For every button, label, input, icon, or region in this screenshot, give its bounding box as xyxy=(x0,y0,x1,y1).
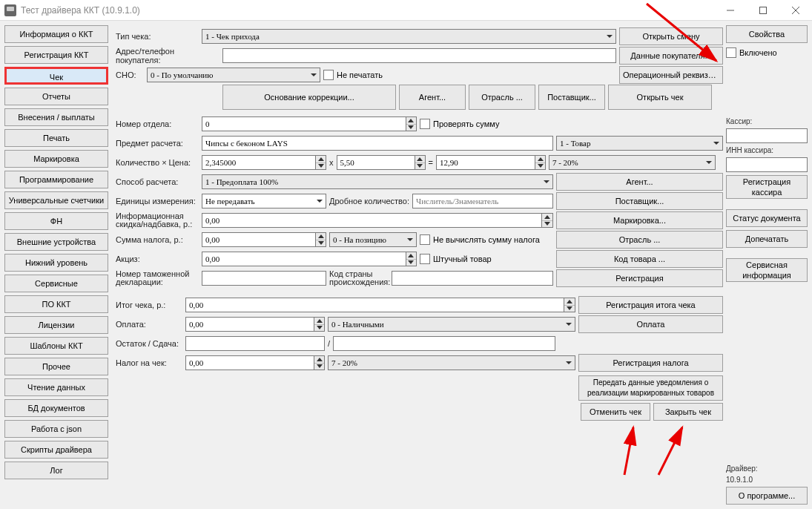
select-calc-method[interactable]: 1 - Предоплата 100% xyxy=(202,174,553,189)
input-price[interactable] xyxy=(337,155,426,170)
nav-фн[interactable]: ФН xyxy=(4,212,108,230)
corr-base-button[interactable]: Основание коррекции... xyxy=(222,85,396,110)
input-rem1[interactable] xyxy=(185,336,325,351)
check-sum-check[interactable]: Проверять сумму xyxy=(420,119,499,129)
select-tax-mode[interactable]: 0 - На позицию xyxy=(329,232,417,247)
dont-print-check[interactable]: Не печатать xyxy=(323,70,383,80)
input-dept[interactable] xyxy=(202,116,417,131)
right-panel: Свойства Включено Кассир: ИНН кассира: Р… xyxy=(726,25,808,505)
input-tax-sum[interactable] xyxy=(202,232,326,247)
svg-marker-4 xyxy=(408,119,414,122)
nav-шаблоны-ккт[interactable]: Шаблоны ККТ xyxy=(4,337,108,355)
nav-информация-о-ккт[interactable]: Информация о ККТ xyxy=(4,25,108,43)
nav-бд-документов[interactable]: БД документов xyxy=(4,399,108,417)
nav-работа-с-json[interactable]: Работа с json xyxy=(4,420,108,438)
nav-внешние-устройства[interactable]: Внешние устройства xyxy=(4,233,108,251)
enabled-check[interactable]: Включено xyxy=(726,47,808,58)
select-subject-type[interactable]: 1 - Товар xyxy=(556,136,723,151)
input-discount[interactable] xyxy=(202,213,553,228)
svg-marker-11 xyxy=(538,164,544,168)
titlebar: Тест драйвера ККТ (10.9.1.0) xyxy=(0,0,812,21)
nav-скрипты-драйвера[interactable]: Скрипты драйвера xyxy=(4,441,108,459)
nav-чек[interactable]: Чек xyxy=(4,67,108,85)
piece-check[interactable]: Штучный товар xyxy=(420,254,492,264)
nav-прочее[interactable]: Прочее xyxy=(4,358,108,375)
input-addr[interactable] xyxy=(222,48,616,63)
select-check-tax-rate[interactable]: 7 - 20% xyxy=(328,355,575,370)
open-shift-button[interactable]: Открыть смену xyxy=(619,27,723,45)
checkbox-icon xyxy=(420,119,430,129)
buyer-data-button[interactable]: Данные покупателя... xyxy=(619,47,723,65)
input-line-total[interactable] xyxy=(436,155,546,170)
open-check-button[interactable]: Открыть чек xyxy=(608,85,712,110)
input-check-tax[interactable] xyxy=(185,355,325,370)
inn-input[interactable] xyxy=(726,157,808,172)
input-rem2[interactable] xyxy=(333,336,555,351)
svg-marker-20 xyxy=(317,319,323,323)
reg-total-button[interactable]: Регистрация итога чека xyxy=(578,296,723,314)
reg-tax-button[interactable]: Регистрация налога xyxy=(578,354,723,372)
select-tax-rate[interactable]: 7 - 20% xyxy=(549,155,716,170)
left-nav: Информация о ККТРегистрация ККТЧекОтчеты… xyxy=(4,25,108,505)
select-pay-type[interactable]: 0 - Наличными xyxy=(328,317,575,332)
input-qty[interactable] xyxy=(202,155,326,170)
close-check-button[interactable]: Закрыть чек xyxy=(653,403,723,421)
cashier-input[interactable] xyxy=(726,128,808,143)
industry-button[interactable]: Отрасль ... xyxy=(469,85,535,110)
label-units: Единицы измерения: xyxy=(116,197,199,206)
nav-внесения-выплаты[interactable]: Внесения / выплаты xyxy=(4,108,108,126)
nav-отчеты[interactable]: Отчеты xyxy=(4,88,108,105)
industry2-button[interactable]: Отрасль ... xyxy=(556,231,723,249)
cancel-check-button[interactable]: Отменить чек xyxy=(581,403,650,421)
input-frac-qty[interactable] xyxy=(412,194,553,208)
nav-чтение-данных[interactable]: Чтение данных xyxy=(4,378,108,396)
nav-лог[interactable]: Лог xyxy=(4,462,108,479)
checkbox-icon xyxy=(726,47,736,58)
close-button[interactable] xyxy=(779,0,812,21)
input-customs[interactable] xyxy=(202,271,326,286)
nav-универсальные-счетчики[interactable]: Универсальные счетчики xyxy=(4,191,108,209)
input-payment[interactable] xyxy=(185,317,325,332)
notify-button[interactable]: Передать данные уведомления о реализации… xyxy=(578,375,723,401)
label-total: Итог чека, р.: xyxy=(116,301,182,309)
agent2-button[interactable]: Агент... xyxy=(556,173,723,191)
label-payment: Оплата: xyxy=(116,320,182,329)
input-subject[interactable] xyxy=(202,136,553,151)
nav-сервисные[interactable]: Сервисные xyxy=(4,275,108,292)
nav-лицензии[interactable]: Лицензии xyxy=(4,316,108,334)
supplier-button[interactable]: Поставщик... xyxy=(538,85,605,110)
code-button[interactable]: Код товара ... xyxy=(556,250,723,268)
svg-marker-14 xyxy=(318,234,324,238)
nav-регистрация-ккт[interactable]: Регистрация ККТ xyxy=(4,46,108,64)
pay-button[interactable]: Оплата xyxy=(578,315,723,333)
agent-button[interactable]: Агент... xyxy=(399,85,466,110)
reprint-button[interactable]: Допечатать xyxy=(726,230,808,248)
about-button[interactable]: О программе... xyxy=(726,487,808,505)
input-total[interactable] xyxy=(185,298,575,312)
supplier2-button[interactable]: Поставщик... xyxy=(556,192,723,210)
select-units[interactable]: Не передавать xyxy=(202,194,326,208)
inn-label: ИНН кассира: xyxy=(726,146,808,154)
nav-печать[interactable]: Печать xyxy=(4,129,108,147)
select-check-type[interactable]: 1 - Чек прихода xyxy=(202,29,616,44)
nav-маркировка[interactable]: Маркировка xyxy=(4,150,108,168)
nav-нижний-уровень[interactable]: Нижний уровень xyxy=(4,254,108,272)
label-dept: Номер отдела: xyxy=(116,119,199,128)
marking-button[interactable]: Маркировка... xyxy=(556,211,723,229)
svg-marker-7 xyxy=(318,164,324,168)
nav-по-ккт[interactable]: ПО ККТ xyxy=(4,295,108,313)
op-req-button[interactable]: Операционный реквизит ... xyxy=(619,66,723,84)
maximize-button[interactable] xyxy=(747,0,779,21)
service-info-button[interactable]: Сервисная информация xyxy=(726,258,808,282)
select-sno[interactable]: 0 - По умолчанию xyxy=(147,68,320,82)
no-tax-check[interactable]: Не вычислять сумму налога xyxy=(420,234,540,245)
minimize-button[interactable] xyxy=(714,0,747,21)
register-button[interactable]: Регистрация xyxy=(556,269,723,287)
doc-status-button[interactable]: Статус документа xyxy=(726,209,808,227)
input-country[interactable] xyxy=(392,271,553,286)
input-excise[interactable] xyxy=(202,252,417,266)
nav-программирование[interactable]: Программирование xyxy=(4,171,108,188)
properties-button[interactable]: Свойства xyxy=(726,25,808,43)
checkbox-icon xyxy=(420,234,430,245)
reg-cashier-button[interactable]: Регистрация кассира xyxy=(726,175,808,199)
